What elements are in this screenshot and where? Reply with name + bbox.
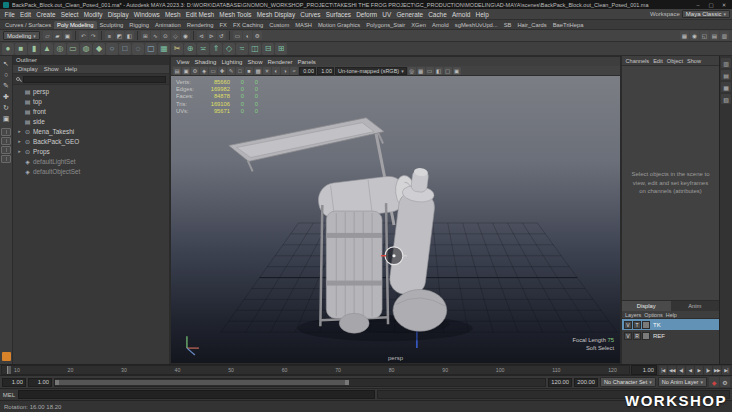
range-slider[interactable]	[54, 378, 546, 387]
workspace-dropdown[interactable]: Maya Classic	[682, 10, 730, 18]
tool-settings-tab-icon[interactable]: ▦	[721, 82, 731, 92]
play-forwards-button[interactable]: ▶	[695, 366, 703, 375]
channel-box-menu-item[interactable]: Edit	[652, 58, 665, 64]
new-scene-icon[interactable]: ▱	[43, 31, 52, 40]
viewport-capture-icon[interactable]: ◉	[690, 31, 699, 40]
go-to-start-button[interactable]: |◀	[659, 366, 667, 375]
command-input[interactable]	[18, 390, 375, 399]
channel-box-menu-item[interactable]: Channels	[624, 58, 651, 64]
layer-color-swatch[interactable]	[642, 321, 650, 329]
ambient-occlusion-icon[interactable]: ◑	[281, 67, 289, 75]
step-forward-key-button[interactable]: ▶▶	[713, 366, 721, 375]
menu-item[interactable]: Mesh Display	[254, 11, 298, 18]
separate-icon[interactable]: ⊟	[262, 43, 274, 55]
shelf-tab[interactable]: Polygons_Stair	[363, 21, 408, 29]
shelf-tab[interactable]: Poly Modeling	[54, 21, 96, 29]
shelf-tab[interactable]: FX Caching	[230, 21, 266, 29]
wireframe-mode-icon[interactable]: □	[236, 67, 244, 75]
channel-box-menu-item[interactable]: Object	[665, 58, 684, 64]
shelf-tab[interactable]: SB	[501, 21, 515, 29]
shelf-tab[interactable]: MASH	[292, 21, 315, 29]
status-icon[interactable]	[101, 31, 102, 40]
menu-item[interactable]: File	[2, 11, 18, 18]
shelf-tab[interactable]: BaeTriHepa	[550, 21, 587, 29]
shelf-tab[interactable]: Curves / Surfaces	[2, 21, 54, 29]
panel-menu-item[interactable]: Renderer	[265, 59, 295, 65]
maximize-button[interactable]: ▢	[706, 2, 716, 8]
redo-icon[interactable]: ↷	[89, 31, 98, 40]
camera-attributes-icon[interactable]: ⚙	[191, 67, 199, 75]
viewport-canvas[interactable]: Verts: 85660 0 0 Edges: 169982 0 0 Faces…	[171, 76, 620, 363]
exposure-field[interactable]	[299, 67, 316, 75]
output-connections-icon[interactable]: ⊳	[207, 31, 216, 40]
outliner-item-top[interactable]: ▤ top	[13, 96, 169, 106]
poly-cube-icon[interactable]: ■	[15, 43, 27, 55]
panel-menu-item[interactable]: Panels	[295, 59, 318, 65]
poly-cone-icon[interactable]: ▲	[41, 43, 53, 55]
modeling-toolkit-tab-icon[interactable]: ▧	[721, 94, 731, 104]
view-axis-gizmo[interactable]	[187, 336, 199, 355]
command-line-language-toggle[interactable]: MEL	[2, 392, 16, 398]
snap-to-plane-icon[interactable]: ◇	[171, 31, 180, 40]
modeling-toolkit-icon[interactable]: ◱	[700, 31, 709, 40]
menu-item[interactable]: Arnold	[449, 11, 473, 18]
lights-icon[interactable]: ☀	[263, 67, 271, 75]
shelf-tab[interactable]: Rendering	[184, 21, 217, 29]
status-icon[interactable]	[193, 31, 194, 40]
poly-plane-icon[interactable]: ▭	[67, 43, 79, 55]
channel-box-tab-icon[interactable]: ▥	[721, 58, 731, 68]
menu-item[interactable]: Mesh	[162, 11, 183, 18]
input-connections-icon[interactable]: ⊲	[197, 31, 206, 40]
anim-end-field[interactable]	[574, 378, 598, 387]
minimize-button[interactable]: –	[693, 2, 703, 8]
step-back-key-button[interactable]: ◀◀	[668, 366, 676, 375]
shelf-tab[interactable]: sgMeshUvUpd...	[452, 21, 501, 29]
paint-select-tool-icon[interactable]: ✎	[1, 80, 12, 91]
ipr-render-icon[interactable]: ◐	[243, 31, 252, 40]
view-transform-dropdown[interactable]: Un-tone-mapped (sRGB)	[335, 67, 407, 75]
outliner-menu-item[interactable]: Show	[42, 66, 61, 72]
two-pane-layout-button[interactable]	[1, 137, 11, 145]
target-weld-icon[interactable]: ⊕	[184, 43, 196, 55]
anim-layer-selector[interactable]: No Anim Layer	[658, 377, 707, 387]
step-back-frame-button[interactable]: ◀|	[677, 366, 685, 375]
menu-item[interactable]: Windows	[131, 11, 162, 18]
animation-preferences-icon[interactable]: ⚙	[720, 377, 730, 387]
time-slider-track[interactable]: 102030405060708090100110120	[1, 365, 630, 375]
grease-pencil-icon[interactable]: ✎	[227, 67, 235, 75]
single-pane-layout-button[interactable]	[1, 128, 11, 136]
render-current-frame-icon[interactable]: ▭	[233, 31, 242, 40]
playback-start-field[interactable]	[28, 378, 52, 387]
range-start-handle[interactable]	[55, 380, 59, 385]
poly-sphere-icon[interactable]: ●	[2, 43, 14, 55]
poly-torus-icon[interactable]: ◎	[54, 43, 66, 55]
shelf-tab[interactable]: Motion Graphics	[315, 21, 363, 29]
menu-item[interactable]: Deform	[354, 11, 380, 18]
safe-title-icon[interactable]: ▣	[453, 67, 461, 75]
lasso-select-tool-icon[interactable]: ○	[1, 69, 12, 80]
four-pane-layout-button[interactable]	[1, 155, 11, 163]
field-chart-icon[interactable]: ▦	[417, 67, 425, 75]
layer-color-swatch[interactable]	[642, 332, 650, 340]
outliner-item-mena-takeshi[interactable]: ▸ ⊙ Mena_Takeshi	[13, 126, 169, 136]
outliner-item-props[interactable]: ▸ ⊙ Props	[13, 146, 169, 156]
current-frame-field[interactable]	[631, 365, 657, 375]
snap-to-grid-icon[interactable]: ⊞	[141, 31, 150, 40]
multi-cut-icon[interactable]: ✂	[171, 43, 183, 55]
outliner-item-default-light-set[interactable]: ◈ defaultLightSet	[13, 156, 169, 166]
textured-mode-icon[interactable]: ▩	[254, 67, 262, 75]
panel-menu-item[interactable]: Shading	[192, 59, 219, 65]
menu-item[interactable]: Select	[58, 11, 81, 18]
isolate-select-icon[interactable]: ◎	[408, 67, 416, 75]
scale-tool-icon[interactable]: ▣	[1, 113, 12, 124]
layer-editor-tab[interactable]: Display	[622, 301, 671, 311]
layer-editor-tab[interactable]: Anim	[671, 301, 720, 311]
safe-action-icon[interactable]: ▢	[444, 67, 452, 75]
menu-item[interactable]: Curves	[298, 11, 323, 18]
channel-box-menu-item[interactable]: Show	[685, 58, 702, 64]
gate-mask-icon[interactable]: ◧	[435, 67, 443, 75]
range-end-handle[interactable]	[345, 380, 349, 385]
expand-caret-icon[interactable]: ▸	[17, 128, 22, 134]
select-by-component-type-icon[interactable]: ◧	[125, 31, 134, 40]
platonic-solid-icon[interactable]: ◆	[93, 43, 105, 55]
